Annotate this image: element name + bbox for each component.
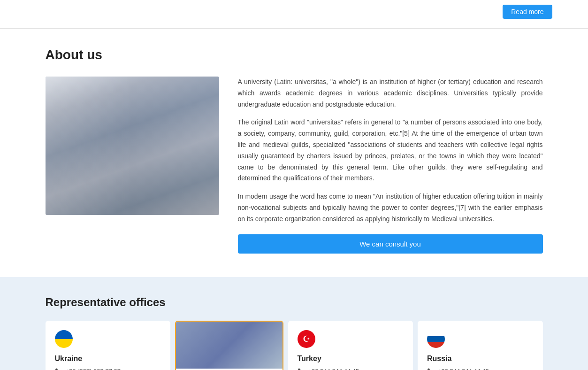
turkey-country: Turkey [298,355,404,363]
offices-carousel: ‹ Ukraine 📞 +38 (097) 097 77 97 📍 Rogned… [46,321,543,370]
turkey-crescent-icon: ☪ [303,334,310,344]
about-image [46,77,219,215]
about-content: A university (Latin: universitas, "a who… [46,77,543,254]
office-card-ukraine: Ukraine 📞 +38 (097) 097 77 97 📍 Rognedin… [46,321,171,370]
about-section: About us A university (Latin: universita… [0,29,588,277]
about-paragraph-3: In modern usage the word has come to mea… [238,191,543,224]
top-banner: Read more [0,0,588,29]
russia-flag [427,330,445,348]
ukraine-country: Ukraine [55,355,161,363]
office-card-hungary: Hungary 📞 +38 (097) 097 77 97 📍 Zugliget… [175,321,283,370]
about-text-block: A university (Latin: universitas, "a who… [238,77,543,254]
top-read-more-button[interactable]: Read more [503,5,552,19]
ukraine-phone: 📞 +38 (097) 097 77 97 [55,368,161,370]
office-interior-image [46,77,219,215]
russia-phone: 📞 +90 544 244 44 45 [427,368,534,370]
hungary-card-info: Hungary 📞 +38 (097) 097 77 97 📍 Zugliget… [176,369,283,370]
about-paragraph-2: The original Latin word "universitas" re… [238,117,543,184]
phone-icon-turkey: 📞 [298,368,305,370]
turkey-phone: 📞 +90 544 244 44 45 [298,368,404,370]
consult-button[interactable]: We can consult you [238,234,543,254]
phone-icon-russia: 📞 [427,368,435,370]
offices-title: Representative offices [46,296,543,309]
russia-country: Russia [427,355,534,363]
hungary-card-image-top [176,322,283,369]
office-card-turkey: ☪ Turkey 📞 +90 544 244 44 45 📍 Aksemsett… [288,321,413,370]
offices-section: Representative offices ‹ Ukraine 📞 +38 (… [0,277,588,370]
about-paragraph-1: A university (Latin: universitas, "a who… [238,77,543,110]
ukraine-flag [55,330,73,348]
phone-icon: 📞 [55,368,62,370]
hungary-building-image [176,322,283,369]
about-title: About us [46,47,543,62]
turkey-flag: ☪ [298,330,315,348]
office-card-russia: Russia 📞 +90 544 244 44 45 📍 Moscow, Len… [418,321,543,370]
